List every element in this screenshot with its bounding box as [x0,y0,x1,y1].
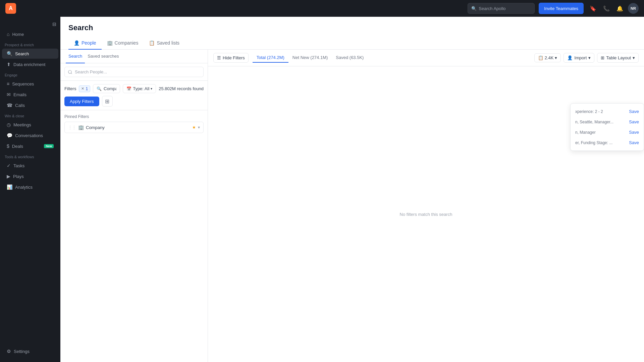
import-button[interactable]: 👤 Import ▾ [564,53,594,63]
sidebar-item-analytics[interactable]: 📊 Analytics [2,182,58,192]
type-select[interactable]: 📅 Type: All ▾ [123,84,156,93]
invite-teammates-button[interactable]: Invite Teammates [539,3,584,14]
sidebar-spacer [0,192,60,346]
phone-icon[interactable]: 📞 [601,3,612,14]
deals-icon: $ [7,143,9,149]
filter-search-input[interactable] [64,67,204,77]
settings-icon: ⚙ [7,349,11,354]
filter-field-search-icon: 🔍 [97,86,102,91]
chevron-down-icon: ▾ [588,55,591,60]
search-icon: 🔍 [7,51,12,56]
analytics-icon: 📊 [7,184,12,190]
apply-filters-button[interactable]: Apply Filters [64,97,99,106]
tab-people-label: People [82,40,96,46]
sidebar-collapse-button[interactable]: ⊟ [52,21,56,27]
import-label: Import [574,55,587,60]
records-found: 25.802M records found [159,86,204,91]
filter-tab-search[interactable]: Search [66,50,85,63]
topnav-icons: 🔖 📞 🔔 NR [588,3,639,14]
tab-people[interactable]: 👤 People [68,37,102,50]
save-button-1[interactable]: Save [629,119,639,124]
sidebar-item-label: Conversations [15,133,43,138]
sidebar-item-deals[interactable]: $ Deals New [2,141,58,151]
save-button-3[interactable]: Save [629,140,639,145]
sidebar-item-settings[interactable]: ⚙ Settings [2,346,58,356]
sidebar-item-label: Calls [15,103,25,108]
user-avatar[interactable]: NR [628,3,639,14]
sidebar-item-sequences[interactable]: ≡ Sequences [2,79,58,89]
global-search-input[interactable] [479,6,531,11]
sidebar-item-label: Home [12,32,24,37]
pinned-filters-label: Pinned Filters [64,114,204,119]
email-icon: ✉ [7,92,11,97]
filter-field-input[interactable] [104,86,116,91]
sidebar-toggle: ⊟ [0,19,60,29]
import-icon: 👤 [567,55,573,60]
sidebar-item-meetings[interactable]: ◷ Meetings [2,120,58,130]
filter-tab-search-label: Search [68,54,82,59]
table-layout-label: Table Layout [606,55,631,60]
filter-tab-saved-label: Saved searches [88,54,119,59]
right-panel: ☰ Hide Filters Total (274.2M) Net New (2… [208,50,644,362]
toolbar-right: 📋 2.4K ▾ 👤 Import ▾ ⊞ Table Layout [534,53,639,63]
sidebar-item-plays[interactable]: ▶ Plays [2,171,58,181]
tab-total[interactable]: Total (274.2M) [253,53,288,63]
pinned-section: Pinned Filters ⋮⋮ 🏢 Company ★ ▾ [60,110,208,362]
tab-saved-lists-label: Saved lists [157,40,179,46]
calls-icon: ☎ [7,103,12,108]
filter-icon: ☰ [217,55,221,60]
bookmark-icon[interactable]: 🔖 [588,3,598,14]
saved-desc-1: n, Seattle, Manager... [575,120,629,124]
list-count-button[interactable]: 📋 2.4K ▾ [534,53,561,62]
plays-icon: ▶ [7,174,10,179]
global-search[interactable]: 🔍 [468,3,535,14]
tab-saved-lists[interactable]: 📋 Saved lists [144,37,185,50]
grid-icon: ⊞ [105,98,109,105]
tasks-icon: ✓ [7,163,11,168]
saved-search-item-3[interactable]: er, Funding Stage: ... Save [571,137,644,148]
sidebar-item-label: Plays [13,174,24,179]
tab-companies[interactable]: 🏢 Companies [102,37,144,50]
chevron-down-icon: ▾ [151,87,152,90]
pinned-item-company[interactable]: ⋮⋮ 🏢 Company ★ ▾ [64,122,204,133]
tab-saved-label: Saved (63.5K) [336,55,364,60]
table-layout-button[interactable]: ⊞ Table Layout ▾ [597,53,639,63]
sidebar-item-label: Search [15,51,29,56]
sidebar: ⊟ ⌂ Home Prospect & enrich 🔍 Search ⬆ Da… [0,17,60,362]
sidebar-item-calls[interactable]: ☎ Calls [2,100,58,110]
filter-search-field[interactable]: 🔍 [93,84,120,93]
results-toolbar: ☰ Hide Filters Total (274.2M) Net New (2… [208,50,644,66]
filter-tag-x[interactable]: ✕ [81,86,84,91]
page-header: Search 👤 People 🏢 Companies 📋 Saved list… [60,17,644,50]
grid-view-button[interactable]: ⊞ [102,96,113,107]
save-button-2[interactable]: Save [629,130,639,135]
tab-net-new[interactable]: Net New (274.1M) [288,53,332,63]
app-logo[interactable]: A [5,3,16,14]
save-button-0[interactable]: Save [629,109,639,114]
filter-tab-saved[interactable]: Saved searches [85,50,121,63]
tab-saved[interactable]: Saved (63.5K) [332,53,368,63]
filter-search-box [60,63,208,81]
sidebar-item-search[interactable]: 🔍 Search [2,49,58,59]
filter-panel: Search Saved searches Filters ✕ 1 [60,50,208,362]
search-body: Search Saved searches Filters ✕ 1 [60,50,644,362]
sidebar-item-conversations[interactable]: 💬 Conversations [2,130,58,140]
empty-text: No filters match this search [400,212,452,217]
bell-icon[interactable]: 🔔 [614,3,625,14]
saved-search-item-0[interactable]: xperience: 2 - 2 Save [571,106,644,117]
hide-filters-button[interactable]: ☰ Hide Filters [213,53,249,63]
sidebar-item-home[interactable]: ⌂ Home [2,29,58,39]
sidebar-section-engage: Engage [0,70,60,78]
saved-lists-icon: 📋 [149,40,155,46]
filter-count-tag[interactable]: ✕ 1 [79,85,90,92]
saved-search-item-2[interactable]: n, Manager Save [571,127,644,137]
sidebar-item-emails[interactable]: ✉ Emails [2,89,58,100]
conversations-icon: 💬 [7,133,12,138]
sidebar-item-label: Sequences [12,81,34,86]
people-icon: 👤 [74,40,79,46]
saved-search-item-1[interactable]: n, Seattle, Manager... Save [571,117,644,127]
sidebar-section-prospect: Prospect & enrich [0,40,60,48]
sidebar-item-tasks[interactable]: ✓ Tasks [2,161,58,171]
sidebar-item-data-enrichment[interactable]: ⬆ Data enrichment [2,59,58,69]
chevron-down-icon: ▾ [198,125,200,130]
